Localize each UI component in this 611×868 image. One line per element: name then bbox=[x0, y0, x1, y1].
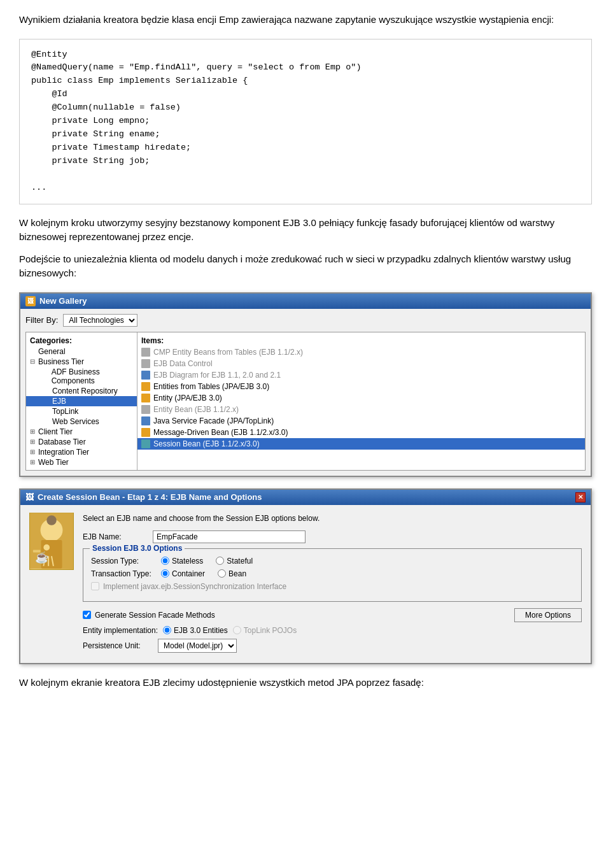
bean-radio[interactable] bbox=[218, 569, 226, 578]
more-options-button[interactable]: More Options bbox=[514, 608, 582, 622]
persistence-label: Persistence Unit: bbox=[83, 641, 153, 650]
items-header: Items: bbox=[137, 335, 585, 346]
session-ejb-options-group: Session EJB 3.0 Options Session Type: St… bbox=[83, 548, 582, 602]
item-entity-bean[interactable]: Entity Bean (EJB 1.1/2.x) bbox=[137, 404, 585, 415]
categories-header: Categories: bbox=[26, 335, 137, 346]
ejb-name-input[interactable] bbox=[153, 530, 306, 543]
categories-pane: Categories: General ⊟ Business Tier ADF … bbox=[26, 332, 137, 470]
session-type-label: Session Type: bbox=[91, 557, 161, 566]
wizard-icon: ☕ bbox=[29, 513, 74, 570]
item-entity[interactable]: Entity (JPA/EJB 3.0) bbox=[137, 392, 585, 404]
gallery-title-label: New Gallery bbox=[39, 296, 87, 306]
bean-option[interactable]: Bean bbox=[218, 569, 246, 578]
group-content: Session Type: Stateless Stateful Transac… bbox=[91, 557, 573, 591]
wizard-image: ☕ bbox=[29, 513, 74, 570]
toplink-radio[interactable] bbox=[233, 626, 241, 634]
item-icon-mdb bbox=[141, 428, 150, 437]
generate-row: Generate Session Facade Methods More Opt… bbox=[83, 608, 582, 622]
item-mdb[interactable]: Message-Driven Bean (EJB 1.1/2.x/3.0) bbox=[137, 427, 585, 438]
cat-adf[interactable]: ADF Business Components bbox=[26, 367, 137, 386]
footer-text: W kolejnym ekranie kreatora EJB zlecimy … bbox=[19, 676, 592, 690]
toplink-option[interactable]: TopLink POJOs bbox=[233, 626, 297, 635]
item-icon-entities-tables bbox=[141, 382, 150, 391]
cat-web-tier[interactable]: ⊞ Web Tier bbox=[26, 457, 137, 467]
middle-text-2: Podejście to uniezależnia klienta od mod… bbox=[19, 252, 592, 281]
toplink-label: TopLink POJOs bbox=[244, 626, 297, 635]
close-button[interactable]: ✕ bbox=[575, 492, 586, 502]
filter-select[interactable]: All Technologies bbox=[63, 314, 137, 327]
stateful-option[interactable]: Stateful bbox=[216, 557, 253, 566]
generate-label: Generate Session Facade Methods bbox=[95, 611, 215, 620]
stateless-option[interactable]: Stateless bbox=[161, 557, 203, 566]
item-ejb-data-control[interactable]: EJB Data Control bbox=[137, 358, 585, 369]
cat-ejb[interactable]: EJB bbox=[26, 396, 137, 406]
cat-business-tier[interactable]: ⊟ Business Tier bbox=[26, 357, 137, 367]
gallery-content: Categories: General ⊟ Business Tier ADF … bbox=[25, 332, 586, 471]
svg-point-3 bbox=[43, 544, 50, 550]
gallery-title-icon: 🖼 bbox=[25, 296, 36, 306]
new-gallery-window: 🖼 New Gallery Filter By: All Technologie… bbox=[19, 292, 592, 477]
cat-integration-tier[interactable]: ⊞ Integration Tier bbox=[26, 447, 137, 457]
item-icon-entity-bean bbox=[141, 405, 150, 414]
entity-impl-row: Entity implementation: EJB 3.0 Entities … bbox=[83, 626, 582, 635]
generate-checkbox[interactable] bbox=[83, 611, 91, 619]
ejb-entities-radio[interactable] bbox=[163, 626, 171, 634]
container-option[interactable]: Container bbox=[161, 569, 205, 578]
dialog-description: Select an EJB name and choose from the S… bbox=[83, 513, 582, 524]
item-java-service[interactable]: Java Service Facade (JPA/TopLink) bbox=[137, 415, 585, 427]
code-block: @Entity @NamedQuery(name = "Emp.findAll"… bbox=[19, 39, 592, 204]
dialog-titlebar: 🖼 Create Session Bean - Etap 1 z 4: EJB … bbox=[20, 490, 591, 505]
bean-label: Bean bbox=[228, 569, 246, 578]
expander-integration: ⊞ bbox=[30, 448, 36, 455]
stateful-label: Stateful bbox=[227, 557, 253, 566]
persistence-row: Persistence Unit: Model (Model.jpr) bbox=[83, 639, 582, 653]
ejb-entities-option[interactable]: EJB 3.0 Entities bbox=[163, 626, 228, 635]
persistence-select[interactable]: Model (Model.jpr) bbox=[158, 639, 237, 653]
item-ejb-diagram[interactable]: EJB Diagram for EJB 1.1, 2.0 and 2.1 bbox=[137, 369, 585, 381]
expander-web: ⊞ bbox=[30, 459, 36, 466]
generate-left: Generate Session Facade Methods bbox=[83, 611, 215, 620]
ejb-entities-label: EJB 3.0 Entities bbox=[174, 626, 228, 635]
filter-label: Filter By: bbox=[25, 315, 58, 325]
cat-webservices[interactable]: Web Services bbox=[26, 416, 137, 427]
session-type-row: Session Type: Stateless Stateful bbox=[91, 557, 573, 566]
entity-impl-label: Entity implementation: bbox=[83, 626, 158, 635]
item-entities-tables[interactable]: Entities from Tables (JPA/EJB 3.0) bbox=[137, 381, 585, 392]
ejb-name-label: EJB Name: bbox=[83, 532, 153, 541]
ejb-name-row: EJB Name: bbox=[83, 530, 582, 543]
gallery-titlebar: 🖼 New Gallery bbox=[20, 294, 591, 309]
cat-general[interactable]: General bbox=[26, 346, 137, 357]
expander-database: ⊞ bbox=[30, 438, 36, 445]
dialog-title-label: Create Session Bean - Etap 1 z 4: EJB Na… bbox=[38, 492, 262, 502]
svg-point-7 bbox=[46, 515, 57, 525]
implement-row: Implement javax.ejb.SessionSynchronizati… bbox=[91, 582, 573, 591]
transaction-type-label: Transaction Type: bbox=[91, 569, 161, 578]
item-session-bean[interactable]: Session Bean (EJB 1.1/2.x/3.0) bbox=[137, 438, 585, 450]
implement-checkbox[interactable] bbox=[91, 582, 99, 590]
expander-business: ⊟ bbox=[30, 358, 36, 365]
group-legend: Session EJB 3.0 Options bbox=[90, 544, 185, 553]
cat-toplink[interactable]: TopLink bbox=[26, 406, 137, 416]
item-cmp[interactable]: CMP Entity Beans from Tables (EJB 1.1/2.… bbox=[137, 346, 585, 358]
stateful-radio[interactable] bbox=[216, 557, 224, 565]
svg-text:☕: ☕ bbox=[35, 550, 49, 564]
cat-database-tier[interactable]: ⊞ Database Tier bbox=[26, 437, 137, 447]
stateless-radio[interactable] bbox=[161, 557, 169, 565]
expander-client: ⊞ bbox=[30, 428, 36, 435]
gallery-body: Filter By: All Technologies Categories: … bbox=[20, 309, 591, 476]
dialog-title-icon: 🖼 bbox=[25, 492, 34, 502]
cat-content[interactable]: Content Repository bbox=[26, 386, 137, 396]
intro-text: Wynikiem działania kreatora będzie klasa… bbox=[19, 13, 592, 27]
item-icon-java-service bbox=[141, 416, 150, 425]
item-icon-entity bbox=[141, 394, 150, 402]
filter-bar: Filter By: All Technologies bbox=[25, 314, 586, 327]
dialog-main: Select an EJB name and choose from the S… bbox=[83, 513, 582, 655]
transaction-type-row: Transaction Type: Container Bean bbox=[91, 569, 573, 578]
item-icon-ejb-diag bbox=[141, 371, 150, 380]
item-icon-session bbox=[141, 439, 150, 448]
cat-client-tier[interactable]: ⊞ Client Tier bbox=[26, 427, 137, 437]
middle-text-1: W kolejnym kroku utworzymy sesyjny bezst… bbox=[19, 216, 592, 245]
dialog-title-left: 🖼 Create Session Bean - Etap 1 z 4: EJB … bbox=[25, 492, 262, 502]
create-session-bean-dialog: 🖼 Create Session Bean - Etap 1 z 4: EJB … bbox=[19, 488, 592, 664]
container-radio[interactable] bbox=[161, 569, 169, 578]
